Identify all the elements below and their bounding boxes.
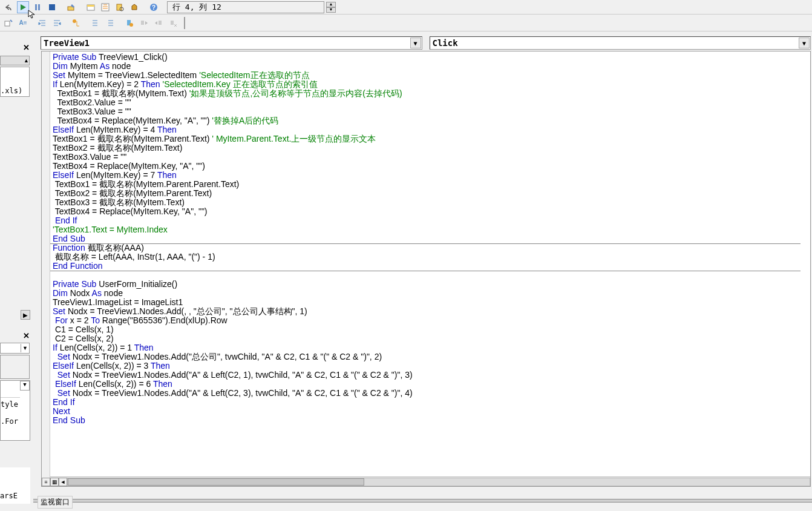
scrollbar-thumb[interactable] bbox=[68, 478, 364, 486]
code-line[interactable]: Set MyItem = TreeView1.SelectedItem 'Sel… bbox=[53, 71, 801, 80]
outdent-icon[interactable] bbox=[51, 17, 63, 29]
dropdown-fragment[interactable]: ▼ bbox=[0, 343, 30, 354]
tabs-fragment[interactable] bbox=[0, 355, 30, 379]
code-line[interactable]: TextBox3.Value = "" bbox=[53, 153, 801, 162]
chevron-down-icon[interactable]: ▼ bbox=[410, 38, 421, 48]
spin-up[interactable]: ▲ bbox=[326, 2, 336, 7]
code-line[interactable]: End If bbox=[53, 216, 801, 225]
code-line[interactable]: TextBox4 = Replace(MyItem.Key, "A", "") … bbox=[53, 116, 801, 125]
code-line[interactable]: Function 截取名称(AAA) bbox=[53, 243, 801, 252]
code-line[interactable]: ElseIf Len(Cells(x, 2)) = 6 Then bbox=[53, 380, 801, 389]
uncomment-block-icon[interactable] bbox=[104, 17, 116, 29]
code-line[interactable]: TextBox4 = Replace(MyItem.Key, "A", "") bbox=[53, 207, 801, 216]
code-line[interactable]: TextBox2 = 截取名称(MyItem.Parent.Text) bbox=[53, 189, 801, 198]
list-constants-icon[interactable]: A≡ bbox=[17, 17, 29, 29]
prev-bookmark-icon[interactable] bbox=[152, 17, 165, 29]
scroll-up-button[interactable]: ▲ bbox=[0, 56, 30, 65]
code-line[interactable]: Set Nodx = TreeView1.Nodes.Add("A" & Lef… bbox=[53, 389, 801, 398]
code-line[interactable]: 截取名称 = Left(AAA, InStr(1, AAA, "(") - 1) bbox=[53, 252, 801, 262]
proc-view-icon[interactable]: ≡ bbox=[42, 478, 50, 486]
procedure-dropdown[interactable]: Click ▼ bbox=[430, 36, 811, 50]
help-icon[interactable]: ? bbox=[148, 1, 160, 13]
prop-arse: arsE bbox=[0, 492, 18, 500]
code-line[interactable]: For x = 2 To Range("B65536").End(xlUp).R… bbox=[53, 316, 801, 325]
code-line[interactable]: C1 = Cells(x, 1) bbox=[53, 325, 801, 334]
code-line[interactable]: If Len(Cells(x, 2)) = 1 Then bbox=[53, 343, 801, 352]
code-line[interactable]: C2 = Cells(x, 2) bbox=[53, 334, 801, 343]
indent-icon[interactable] bbox=[36, 17, 48, 29]
code-line[interactable]: 'TextBox1.Text = MyItem.Index bbox=[53, 225, 801, 234]
code-line[interactable]: TreeView1.ImageList = ImageList1 bbox=[53, 298, 801, 307]
code-line[interactable]: ElseIf Len(MyItem.Key) = 7 Then bbox=[53, 171, 801, 180]
pause-icon[interactable] bbox=[31, 1, 44, 13]
code-line[interactable]: TextBox3.Value = "" bbox=[53, 107, 801, 116]
code-line[interactable] bbox=[53, 271, 801, 280]
undo-icon[interactable] bbox=[2, 1, 15, 13]
line-column-indicator: 行 4, 列 12 bbox=[167, 1, 324, 13]
toggle-bookmark-icon[interactable] bbox=[123, 17, 136, 29]
expand-right-icon[interactable]: ▶ bbox=[21, 310, 30, 320]
project-explorer-icon[interactable] bbox=[85, 1, 97, 13]
code-line[interactable]: Private Sub TreeView1_Click() bbox=[53, 53, 801, 62]
code-line[interactable]: Dim Nodx As node bbox=[53, 289, 801, 298]
spin-down[interactable]: ▼ bbox=[326, 7, 336, 13]
code-line[interactable]: Set Nodx = TreeView1.Nodes.Add("A" & Lef… bbox=[53, 371, 801, 380]
svg-rect-17 bbox=[171, 21, 174, 25]
scroll-left-icon[interactable]: ◄ bbox=[59, 478, 67, 486]
object-procedure-bar: TreeView1 ▼ Click ▼ bbox=[41, 36, 811, 50]
horizontal-scrollbar[interactable]: ≡ ▦ ◄ bbox=[50, 476, 810, 486]
code-body[interactable]: Private Sub TreeView1_Click()Dim MyItem … bbox=[53, 53, 801, 475]
code-line[interactable]: TextBox2.Value = "" bbox=[53, 98, 801, 107]
code-line[interactable]: TextBox3 = 截取名称(MyItem.Text) bbox=[53, 198, 801, 207]
svg-rect-1 bbox=[38, 4, 40, 10]
code-line[interactable]: ElseIf Len(MyItem.Key) = 4 Then bbox=[53, 125, 801, 134]
stop-icon[interactable] bbox=[46, 1, 58, 13]
code-line[interactable]: End Sub bbox=[53, 416, 801, 425]
svg-text:?: ? bbox=[152, 4, 156, 11]
prop-for: .For bbox=[1, 417, 18, 426]
comment-block-icon[interactable] bbox=[90, 17, 102, 29]
svg-point-12 bbox=[73, 19, 76, 23]
code-line[interactable]: TextBox1 = 截取名称(MyItem.Parent.Text) ' My… bbox=[53, 134, 801, 143]
code-editor[interactable]: Private Sub TreeView1_Click()Dim MyItem … bbox=[41, 51, 811, 487]
code-line[interactable]: Private Sub UserForm_Initialize() bbox=[53, 280, 801, 289]
close-panel-icon[interactable]: ✕ bbox=[21, 42, 31, 52]
properties-icon[interactable] bbox=[99, 1, 111, 13]
code-line[interactable]: Set Nodx = TreeView1.Nodes.Add("总公司", tv… bbox=[53, 352, 801, 361]
design-mode-icon[interactable] bbox=[65, 1, 77, 13]
scrollbar-track[interactable] bbox=[67, 478, 810, 486]
code-line[interactable]: End Function bbox=[53, 262, 801, 271]
left-sidebar: ✕ ▲ .xls) ▶ ✕ ▼ ▼ tyle .For arsE bbox=[0, 31, 33, 511]
chevron-down-icon[interactable]: ▼ bbox=[799, 38, 810, 48]
code-line[interactable]: Set Nodx = TreeView1.Nodes.Add(, , "总公司"… bbox=[53, 307, 801, 316]
toolbox-icon[interactable] bbox=[128, 1, 140, 13]
code-line[interactable]: TextBox1 = 截取名称(MyItem.Text) '如果是顶级节点,公司… bbox=[53, 89, 801, 98]
code-line[interactable]: TextBox2 = 截取名称(MyItem.Text) bbox=[53, 143, 801, 153]
close-panel2-icon[interactable]: ✕ bbox=[21, 331, 31, 340]
code-line[interactable]: End If bbox=[53, 398, 801, 407]
code-line[interactable]: Dim MyItem As node bbox=[53, 62, 801, 71]
code-line[interactable]: End Sub bbox=[53, 234, 801, 243]
code-line[interactable]: ElseIf Len(Cells(x, 2)) = 3 Then bbox=[53, 361, 801, 371]
object-dropdown[interactable]: TreeView1 ▼ bbox=[41, 36, 422, 50]
main-toolbar: ? 行 4, 列 12 ▲ ▼ bbox=[0, 0, 812, 15]
svg-rect-2 bbox=[49, 4, 55, 10]
clear-bookmarks-icon[interactable] bbox=[167, 17, 179, 29]
code-line[interactable]: If Len(MyItem.Key) = 2 Then 'SelectedIte… bbox=[53, 80, 801, 89]
object-browser-icon[interactable] bbox=[114, 1, 126, 13]
next-bookmark-icon[interactable] bbox=[138, 17, 150, 29]
run-icon[interactable] bbox=[17, 1, 29, 13]
code-line[interactable]: TextBox1 = 截取名称(MyItem.Parent.Parent.Tex… bbox=[53, 180, 801, 189]
toggle-breakpoint-icon[interactable] bbox=[70, 17, 82, 29]
object-dropdown-value: TreeView1 bbox=[44, 38, 90, 48]
watch-window-label: 监视窗口 bbox=[38, 496, 73, 509]
list-properties-icon[interactable] bbox=[2, 17, 15, 29]
full-view-icon[interactable]: ▦ bbox=[50, 478, 59, 486]
code-line[interactable]: TextBox4 = Replace(MyItem.Key, "A", "") bbox=[53, 162, 801, 171]
code-margin[interactable] bbox=[42, 51, 50, 486]
tree-item-xls[interactable]: .xls) bbox=[1, 87, 22, 95]
properties-list-fragment[interactable]: ▼ tyle .For bbox=[0, 380, 30, 441]
code-line[interactable]: Next bbox=[53, 407, 801, 416]
splitter-bar[interactable] bbox=[33, 499, 812, 503]
project-tree-fragment[interactable]: .xls) bbox=[0, 67, 30, 97]
